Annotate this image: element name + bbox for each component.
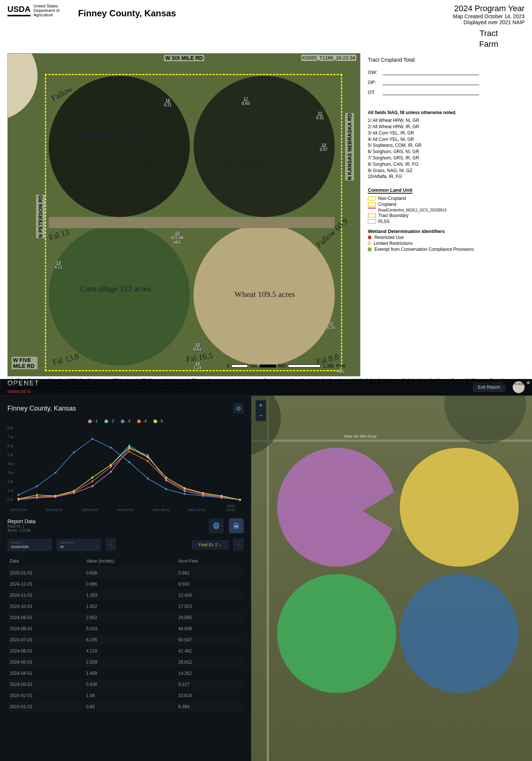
x-tick: 2024-03-01: [46, 508, 63, 512]
svg-point-59: [147, 456, 149, 458]
ks-tract-label: KS055_T1166_16-23-34: [301, 55, 356, 61]
svg-point-32: [128, 461, 130, 463]
prev-field-button[interactable]: ‹: [106, 538, 116, 551]
usda-logo: USDA United States Department of Agricul…: [7, 4, 71, 17]
field-overlay-green[interactable]: [277, 574, 396, 693]
chevron-down-icon: ⌄: [46, 544, 49, 548]
road-right: N KANSAS NEBRASKA RD: [345, 113, 354, 181]
table-row[interactable]: 2024-03-010.9389.227: [8, 679, 243, 690]
x-tick: 2024-05-01: [81, 508, 98, 512]
usda-header: USDA United States Department of Agricul…: [0, 0, 532, 53]
legend-item: 10/Alfalfa, IR, FG: [368, 174, 525, 180]
table-row[interactable]: 2024-10-011.82217.923: [8, 601, 243, 612]
tract-cropland-total: Tract Cropland Total:: [368, 57, 525, 63]
next-field-button[interactable]: ›: [233, 538, 244, 551]
table-row[interactable]: 2024-08-015.03349.509: [8, 624, 243, 634]
legend-item: 1/ All Wheat HRW, NI, GR: [368, 117, 525, 124]
legend-list: 1/ All Wheat HRW, NI, GR2/ All Wheat HRW…: [368, 117, 525, 180]
x-tick: 2024-01-01: [10, 508, 27, 512]
x-tick: 2024-11-01: [188, 508, 205, 512]
zoom-out-button[interactable]: −: [256, 411, 266, 421]
legend-series-3[interactable]: - 3: [121, 419, 130, 423]
svg-point-54: [55, 495, 56, 497]
svg-point-43: [91, 480, 93, 482]
usda-dept: United States Department of Agriculture: [33, 4, 71, 17]
table-row[interactable]: 2024-09-012.85228.055: [8, 612, 243, 623]
table-row[interactable]: 2024-12-010.9669.503: [8, 579, 243, 589]
satellite-map[interactable]: + − West Six Mile Road: [251, 396, 532, 761]
table-row[interactable]: 2024-07-016.15560.547: [8, 635, 243, 645]
csv-export-icon[interactable]: CSV: [229, 518, 244, 533]
disclaimer: United States Department of Agriculture …: [0, 376, 532, 391]
print-icon[interactable]: [209, 518, 224, 533]
svg-point-45: [128, 450, 130, 452]
legend-item: 9/ Grass, NAG, NI, GZ: [368, 168, 525, 174]
field-label-f18: 180.61: [194, 343, 201, 352]
handwritten-note: Corn 123 acres: [218, 158, 267, 167]
county-title: Finney County, Kansas: [78, 8, 176, 19]
svg-point-26: [17, 494, 19, 496]
svg-point-44: [110, 466, 112, 468]
svg-text:CSV: CSV: [234, 525, 239, 528]
usda-map-document: USDA United States Department of Agricul…: [0, 0, 532, 379]
table-row[interactable]: 2024-06-014.21841.492: [8, 646, 243, 656]
svg-point-57: [110, 464, 112, 466]
svg-point-4: [91, 485, 93, 487]
table-row[interactable]: 2024-11-011.26312.424: [8, 590, 243, 600]
y-tick: 4 in: [7, 462, 13, 466]
model-select[interactable]: MODEL ensemble ⌄: [7, 539, 52, 551]
svg-point-61: [184, 487, 186, 489]
map-road-label: West Six Mile Road: [344, 434, 376, 438]
svg-point-28: [55, 472, 56, 473]
clu-heading: Common Land Unit: [368, 187, 412, 194]
legend-series-1[interactable]: - 1: [88, 419, 98, 423]
legend-item: 7/ Sorghum, GRS, IR, GR: [368, 155, 525, 161]
legend-series-5[interactable]: - 5: [153, 419, 163, 423]
legend-series-2[interactable]: - 2: [104, 419, 114, 423]
usda-mark: USDA: [7, 4, 30, 16]
op-label: OP:: [368, 80, 383, 85]
field-overlay-blue[interactable]: [400, 574, 519, 693]
legend-series-4[interactable]: - 4: [137, 419, 147, 423]
svg-point-62: [202, 492, 204, 494]
handwritten-note: Corn silage 122 acres: [80, 284, 151, 294]
svg-point-64: [239, 499, 241, 501]
y-tick: 0 in: [7, 498, 13, 502]
usda-aerial-map: W SIX MILE RD N PETERSON RD N KANSAS NEB…: [7, 53, 360, 376]
gear-icon[interactable]: ⚙: [233, 403, 244, 414]
zoom-in-button[interactable]: +: [256, 400, 266, 411]
field-overlay-yellow[interactable]: [400, 448, 519, 567]
report-panel: Finney County, Kansas ⚙ - 1- 2- 3- 4- 5 …: [0, 396, 251, 761]
svg-point-9: [184, 490, 186, 492]
x-tick: 2024-07-01: [117, 508, 134, 512]
svg-point-31: [110, 447, 112, 448]
svg-point-33: [147, 477, 149, 479]
et-chart[interactable]: 8 in7 in6 in5 in4 in3 in2 in1 in0 in 202…: [7, 426, 244, 512]
table-row[interactable]: 2024-05-012.92928.812: [8, 657, 243, 667]
scale-bar: 0 340 680 1,360 Feet: [227, 363, 345, 369]
field-label-f23: 23621.45HEL: [171, 231, 184, 245]
svg-point-27: [36, 485, 38, 487]
table-row[interactable]: 2024-02-011.0810.624: [8, 690, 243, 701]
field-label-f16: 160.21: [164, 98, 172, 107]
legend-column: Tract Cropland Total: OW: OP: OT: All fi…: [360, 53, 525, 376]
table-row[interactable]: 2024-01-010.656.394: [8, 702, 243, 712]
variable-select[interactable]: VARIABLE et ⌄: [56, 539, 101, 551]
table-header: Acre-Feet: [177, 556, 243, 567]
svg-point-36: [202, 495, 204, 497]
table-header: Date: [8, 556, 84, 567]
table-row[interactable]: 2024-04-011.45914.352: [8, 668, 243, 679]
legend-item: 8/ Sorghum, CAN, IR, FG: [368, 161, 525, 168]
report-field-id: Field ID: 2: [7, 524, 244, 528]
legend-item: 3/ All Corn YEL, IR, GR: [368, 130, 525, 136]
svg-point-58: [128, 447, 130, 448]
field-label-f10: 100.57: [320, 143, 328, 152]
svg-point-53: [36, 494, 38, 496]
road-bottom: W FIVE MILE RD: [12, 357, 38, 369]
ow-label: OW:: [368, 69, 383, 75]
field-id-select[interactable]: Field ID: 2 ⌄: [192, 540, 229, 550]
table-row[interactable]: 2025-01-010.6085.981: [8, 568, 243, 578]
svg-point-7: [147, 454, 149, 456]
ot-label: OT:: [368, 90, 383, 95]
report-acres: Acres: 118.04: [7, 528, 244, 532]
